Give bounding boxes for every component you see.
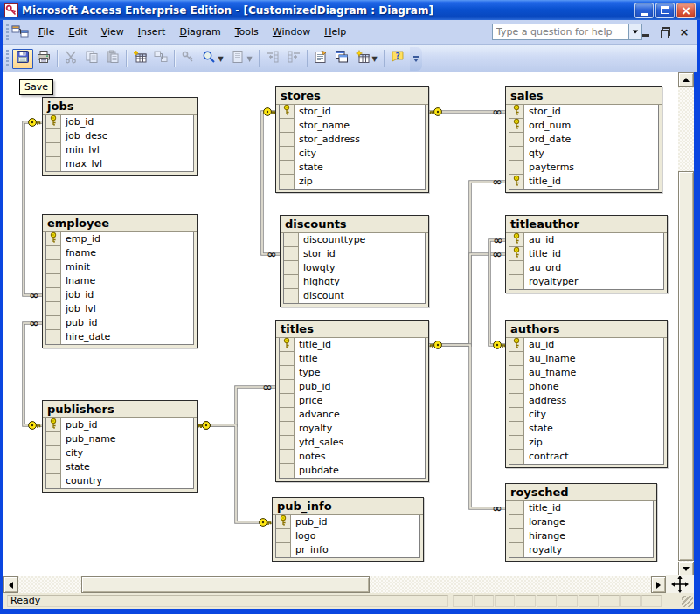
field-row[interactable]: city [46,446,193,460]
menubar-grip[interactable] [6,24,9,40]
field-row[interactable]: fname [46,246,193,260]
row-selector[interactable] [46,115,61,129]
table-title[interactable]: sales [506,87,662,105]
field-row[interactable]: royalty [280,422,425,436]
row-selector[interactable] [280,450,295,464]
paste-button[interactable] [102,49,123,69]
row-selector[interactable] [284,275,299,289]
row-selector[interactable] [509,422,524,436]
scroll-right-button[interactable] [651,576,666,593]
scroll-up-button[interactable] [678,72,694,87]
field-row[interactable]: pub_id [46,316,193,330]
cut-button[interactable] [60,49,81,69]
row-selector[interactable] [509,175,524,189]
resize-grip[interactable] [682,596,693,607]
relationship-line[interactable] [24,122,42,295]
row-selector[interactable] [509,501,524,515]
scroll-left-button[interactable] [3,576,18,593]
field-row[interactable]: lowqty [284,261,425,275]
table-titles[interactable]: titlestitle_idtitletypepub_idpriceadvanc… [275,320,429,482]
show-table-button[interactable] [150,49,171,69]
mdi-minimize-button[interactable] [639,24,653,39]
row-selector[interactable] [46,157,61,171]
database-window-button[interactable] [331,49,352,69]
row-selector[interactable] [280,366,295,380]
field-row[interactable]: stor_name [280,119,425,133]
field-row[interactable]: title_id [509,247,663,261]
row-selector[interactable] [46,288,61,302]
field-row[interactable]: au_id [509,338,663,352]
field-row[interactable]: price [280,394,425,408]
table-title[interactable]: pub_info [273,498,423,515]
field-row[interactable]: au_ord [509,261,663,275]
row-selector[interactable] [46,129,61,143]
row-selector[interactable] [280,380,295,394]
row-selector[interactable] [509,380,524,394]
field-row[interactable]: stor_id [280,105,425,119]
field-row[interactable]: pub_id [46,418,193,432]
field-row[interactable]: lorange [509,515,653,529]
field-row[interactable]: job_lvl [46,302,193,316]
table-title[interactable]: publishers [43,401,197,418]
field-row[interactable]: pubdate [280,464,425,478]
row-selector[interactable] [509,450,524,464]
field-row[interactable]: min_lvl [46,143,193,157]
row-selector[interactable] [509,366,524,380]
field-row[interactable]: ytd_sales [280,436,425,450]
row-selector[interactable] [280,175,295,189]
field-row[interactable]: pr_info [276,543,419,557]
field-row[interactable]: job_id [46,115,193,129]
save-button[interactable] [12,49,33,69]
maximize-button[interactable] [655,3,675,18]
menu-insert[interactable]: Insert [131,23,173,41]
field-row[interactable]: title_id [509,175,658,189]
delete-rows-button[interactable] [283,49,304,69]
row-selector[interactable] [509,394,524,408]
table-title[interactable]: authors [506,321,667,338]
row-selector[interactable] [280,464,295,478]
row-selector[interactable] [280,105,295,119]
field-row[interactable]: job_id [46,288,193,302]
row-selector[interactable] [509,261,524,275]
field-row[interactable]: stor_id [284,247,425,261]
row-selector[interactable] [46,232,61,246]
row-selector[interactable] [509,543,524,557]
row-selector[interactable] [280,394,295,408]
table-title[interactable]: roysched [506,484,656,501]
field-row[interactable]: state [280,161,425,175]
row-selector[interactable] [46,446,61,460]
field-row[interactable]: state [46,460,193,474]
primary-key-button[interactable] [177,49,198,69]
field-row[interactable]: phone [509,380,663,394]
row-selector[interactable] [276,543,291,557]
row-selector[interactable] [509,275,524,289]
row-selector[interactable] [509,133,524,147]
field-row[interactable]: lname [46,274,193,288]
field-row[interactable]: qty [509,147,658,161]
insert-rows-button[interactable] [262,49,283,69]
field-row[interactable]: discount [284,289,425,303]
copy-button[interactable] [81,49,102,69]
field-row[interactable]: address [509,394,663,408]
row-selector[interactable] [280,147,295,161]
table-jobs[interactable]: jobsjob_idjob_descmin_lvlmax_lvl [42,97,198,176]
field-row[interactable]: au_id [509,233,663,247]
field-row[interactable]: pub_id [280,380,425,394]
row-selector[interactable] [46,316,61,330]
vertical-scrollbar[interactable] [678,72,694,576]
pan-button[interactable] [666,575,694,593]
question-input[interactable] [493,24,628,39]
toolbar-options-button[interactable] [410,47,422,71]
field-row[interactable]: country [46,474,193,488]
view-page-breaks-button[interactable]: ▼ [227,49,256,69]
menu-file[interactable]: File [31,23,61,41]
row-selector[interactable] [509,515,524,529]
field-row[interactable]: logo [276,529,419,543]
field-row[interactable]: zip [509,436,663,450]
row-selector[interactable] [509,338,524,352]
field-row[interactable]: title [280,352,425,366]
row-selector[interactable] [280,133,295,147]
field-row[interactable]: discounttype [284,233,425,247]
field-row[interactable]: pub_name [46,432,193,446]
row-selector[interactable] [46,418,61,432]
